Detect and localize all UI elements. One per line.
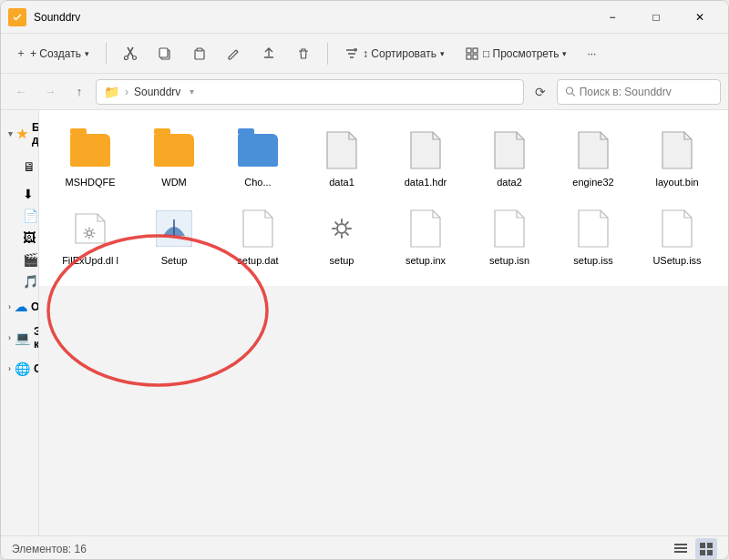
svg-rect-22 [700, 550, 705, 555]
file-item-mshdqfe[interactable]: MSHDQFE [50, 121, 130, 196]
rename-button[interactable] [220, 43, 249, 65]
file-item-setup2[interactable]: setup [302, 199, 382, 274]
window-title: Sounddrv [34, 11, 591, 24]
gear-icon-standalone [323, 210, 360, 247]
folder-yellow-icon-wdm [154, 134, 194, 167]
maximize-button[interactable]: □ [635, 4, 677, 31]
view-button[interactable]: □ Просмотреть ▾ [457, 43, 574, 65]
file-label-setup2: setup [330, 254, 354, 267]
file-item-setupiss[interactable]: setup.iss [553, 199, 633, 274]
search-icon [565, 86, 576, 97]
plus-icon: ＋ [15, 46, 26, 61]
file-item-setupinx[interactable]: setup.inx [385, 199, 466, 274]
file-item-wdm[interactable]: WDM [134, 121, 214, 196]
share-icon [262, 46, 276, 61]
file-item-setupdat[interactable]: setup.dat [218, 199, 298, 274]
file-item-data1[interactable]: data1 [302, 121, 382, 196]
sidebar-thispc-header[interactable]: › 💻 Этот компьютер [1, 321, 38, 354]
computer-icon: 💻 [15, 331, 30, 345]
back-button[interactable]: ← [8, 79, 34, 105]
sidebar-item-downloads[interactable]: ⬇ Загрузки 📌 [1, 183, 38, 205]
sort-button[interactable]: ↕ Сортировать ▾ [337, 43, 452, 65]
file-item-data2[interactable]: data2 [469, 121, 549, 196]
file-item-filexupddll[interactable]: FilExUpd.dl l [50, 199, 130, 274]
main-area: ▾ ★ Быстрый доступ 🖥 Рабочий стол 📌 ⬇ За… [1, 110, 728, 535]
file-item-layoutbin[interactable]: layout.bin [637, 121, 717, 196]
window: Sounddrv − □ ✕ ＋ + Создать ▾ [0, 0, 729, 560]
share-button[interactable] [254, 43, 283, 65]
svg-rect-20 [700, 543, 705, 548]
cut-button[interactable] [116, 43, 145, 65]
svg-rect-18 [674, 547, 687, 549]
thispc-chevron: › [8, 333, 11, 342]
sidebar-quick-access-header[interactable]: ▾ ★ Быстрый доступ [1, 117, 38, 150]
sidebar-onedrive-header[interactable]: › ☁ OneDrive [1, 296, 38, 318]
sidebar: ▾ ★ Быстрый доступ 🖥 Рабочий стол 📌 ⬇ За… [1, 110, 39, 535]
generic-file-icon-9 [577, 209, 610, 249]
delete-icon [296, 46, 311, 61]
status-text: Элементов: 16 [12, 543, 87, 555]
folder-icon: 📁 [104, 85, 119, 99]
sidebar-item-video[interactable]: 🎬 Видео [1, 249, 38, 270]
minimize-button[interactable]: − [591, 4, 633, 31]
paste-icon [192, 46, 207, 61]
list-view-icon [674, 543, 687, 555]
generic-file-icon-8 [493, 209, 526, 249]
file-item-setup[interactable]: Setup [134, 199, 214, 274]
file-item-data1hdr[interactable]: data1.hdr [385, 121, 466, 196]
file-label-data2: data2 [497, 176, 522, 188]
file-item-engine32[interactable]: engine32 [553, 121, 633, 196]
file-icon-wrapper-setupinx [404, 207, 447, 250]
svg-point-2 [132, 56, 136, 59]
file-area-wrapper: MSHDQFE WDM Cho... [39, 110, 728, 535]
create-button[interactable]: ＋ + Создать ▾ [8, 42, 97, 65]
forward-button[interactable]: → [37, 79, 63, 105]
file-icon-wrapper-setupiss [571, 207, 615, 250]
file-label-setup: Setup [161, 254, 188, 267]
sidebar-item-desktop[interactable]: 🖥 Рабочий стол 📌 [1, 150, 38, 183]
file-item-cho[interactable]: Cho... [218, 121, 298, 196]
svg-rect-8 [473, 48, 477, 53]
desktop-icon: 🖥 [23, 159, 36, 174]
search-box[interactable] [557, 79, 721, 105]
close-button[interactable]: ✕ [679, 4, 721, 31]
more-button[interactable]: ··· [580, 44, 603, 64]
sidebar-network-header[interactable]: › 🌐 Сеть [1, 358, 38, 380]
file-icon-wrapper-setup [152, 207, 196, 250]
sort-chevron-icon: ▾ [440, 49, 445, 58]
file-icon-wrapper-data2 [488, 128, 531, 172]
sidebar-item-documents[interactable]: 📄 Документы 📌 [1, 205, 38, 227]
folder-icon-wrapper [68, 128, 112, 172]
paste-button[interactable] [185, 43, 214, 65]
svg-rect-6 [197, 48, 202, 51]
generic-file-icon-10 [661, 209, 693, 249]
file-item-setupisn[interactable]: setup.isn [469, 199, 549, 274]
status-view-controls [670, 538, 717, 560]
file-label-setupdat: setup.dat [237, 254, 278, 267]
grid-view-button[interactable] [695, 538, 717, 560]
file-icon-wrapper-filexupddll [68, 207, 112, 250]
network-icon: 🌐 [15, 361, 30, 376]
file-label-setupisn: setup.isn [489, 254, 529, 267]
file-item-usetupiss[interactable]: USetup.iss [637, 199, 717, 274]
delete-button[interactable] [289, 43, 318, 65]
search-input[interactable] [580, 86, 713, 98]
file-icon-wrapper-setupdat [236, 207, 280, 250]
sidebar-item-pictures[interactable]: 🖼 Изображения 📌 [1, 227, 38, 249]
svg-point-15 [337, 224, 346, 233]
address-input[interactable]: 📁 › Sounddrv ▾ [96, 79, 524, 105]
file-label-wdm: WDM [161, 176, 187, 188]
generic-file-icon-3 [493, 130, 526, 170]
file-icon-wrapper-layoutbin [655, 128, 699, 172]
file-label-setupinx: setup.inx [406, 254, 446, 267]
list-view-button[interactable] [670, 538, 692, 560]
up-button[interactable]: ↑ [67, 79, 92, 105]
refresh-button[interactable]: ⟳ [528, 79, 553, 105]
sidebar-item-music[interactable]: 🎵 Музыка [1, 270, 38, 292]
file-icon-wrapper-setup2 [320, 207, 364, 250]
generic-file-icon-5 [661, 130, 693, 170]
generic-file-icon-7 [409, 209, 442, 249]
quick-access-section: ▾ ★ Быстрый доступ 🖥 Рабочий стол 📌 ⬇ За… [1, 117, 38, 292]
copy-button[interactable] [150, 43, 180, 65]
star-icon: ★ [16, 127, 28, 141]
